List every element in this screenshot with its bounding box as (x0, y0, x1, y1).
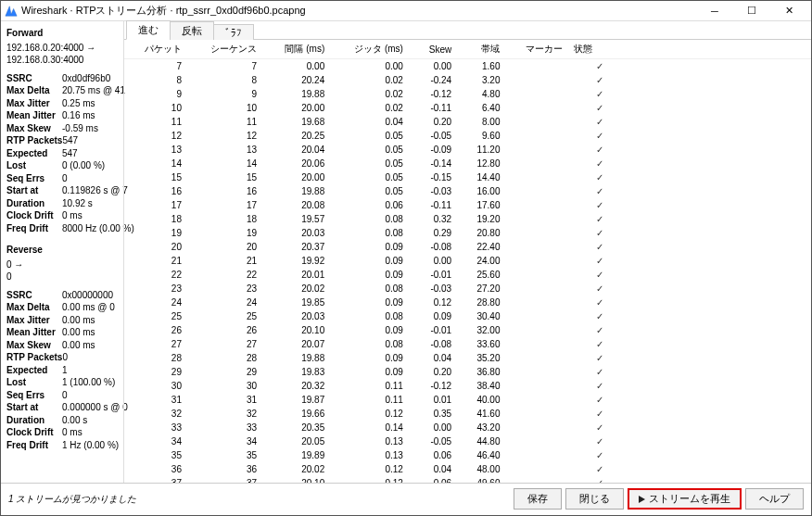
table-row[interactable]: 131320.040.05-0.0911.20✓ (124, 143, 811, 157)
table-row[interactable]: 770.000.000.001.60✓ (124, 59, 811, 74)
column-header[interactable]: 状態 (568, 40, 811, 59)
table-row[interactable]: 181819.570.080.3219.20✓ (124, 212, 811, 226)
table-row[interactable]: 333320.350.140.0043.20✓ (124, 421, 811, 434)
table-row[interactable]: 161619.880.05-0.0316.00✓ (124, 184, 811, 198)
column-header[interactable]: Skew (409, 40, 457, 59)
status-message: 1 ストリームが見つかりました (8, 493, 510, 506)
table-row[interactable]: 202020.370.09-0.0822.40✓ (124, 240, 811, 254)
reverse-heading: Reverse (6, 244, 118, 257)
tab-bar: 進む 反転 ﾞﾗﾌ (124, 21, 811, 40)
table-row[interactable]: 222220.010.09-0.0125.60✓ (124, 268, 811, 282)
table-row[interactable]: 272720.070.08-0.0833.60✓ (124, 337, 811, 351)
table-row[interactable]: 303020.320.11-0.1238.40✓ (124, 379, 811, 393)
table-row[interactable]: 8820.240.02-0.243.20✓ (124, 73, 811, 87)
column-header[interactable]: マーカー (505, 40, 568, 59)
titlebar: Wireshark · RTPストリーム分析 · rtp_ssrr_0xd0df… (1, 1, 811, 21)
table-row[interactable]: 9919.880.02-0.124.80✓ (124, 87, 811, 101)
forward-heading: Forward (6, 27, 118, 40)
table-row[interactable]: 141420.060.05-0.1412.80✓ (124, 157, 811, 170)
minimize-button[interactable]: ─ (696, 1, 733, 21)
play-icon (639, 496, 645, 503)
table-row[interactable]: 292919.830.090.2036.80✓ (124, 365, 811, 379)
table-row[interactable]: 101020.000.02-0.116.40✓ (124, 101, 811, 115)
table-row[interactable]: 343420.050.13-0.0544.80✓ (124, 434, 811, 448)
table-row[interactable]: 212119.920.090.0024.00✓ (124, 254, 811, 268)
help-button[interactable]: ヘルプ (745, 488, 804, 510)
table-row[interactable]: 313119.870.110.0140.00✓ (124, 393, 811, 407)
window-title: Wireshark · RTPストリーム分析 · rtp_ssrr_0xd0df… (21, 4, 696, 18)
app-icon (5, 5, 18, 18)
table-row[interactable]: 191920.030.080.2920.80✓ (124, 226, 811, 240)
close-dialog-button[interactable]: 閉じる (565, 488, 624, 510)
tab-go[interactable]: 進む (126, 20, 171, 40)
tab-graph[interactable]: ﾞﾗﾌ (213, 24, 254, 40)
packet-table[interactable]: パケットシーケンス間隔 (ms)ジッタ (ms)Skew帯域マーカー状態 770… (124, 40, 811, 483)
play-stream-button[interactable]: ストリームを再生 (628, 488, 742, 510)
column-header[interactable]: 間隔 (ms) (262, 40, 330, 59)
tab-reverse[interactable]: 反転 (170, 21, 214, 40)
table-row[interactable]: 171720.080.06-0.1117.60✓ (124, 198, 811, 212)
column-header[interactable]: ジッタ (ms) (330, 40, 409, 59)
table-row[interactable]: 353519.890.130.0646.40✓ (124, 448, 811, 462)
table-row[interactable]: 232320.020.08-0.0327.20✓ (124, 282, 811, 296)
table-row[interactable]: 262620.100.09-0.0132.00✓ (124, 323, 811, 337)
forward-address: 192.168.0.20:4000 → 192.168.0.30:4000 (6, 42, 118, 67)
bottom-bar: 1 ストリームが見つかりました 保存 閉じる ストリームを再生 ヘルプ (1, 483, 811, 514)
table-row[interactable]: 242419.850.090.1228.80✓ (124, 296, 811, 309)
save-button[interactable]: 保存 (514, 488, 562, 510)
table-row[interactable]: 111119.680.040.208.00✓ (124, 115, 811, 129)
close-button[interactable]: ✕ (770, 1, 807, 21)
column-header[interactable]: 帯域 (457, 40, 505, 59)
table-row[interactable]: 121220.250.05-0.059.60✓ (124, 129, 811, 143)
table-row[interactable]: 323219.660.120.3541.60✓ (124, 407, 811, 421)
maximize-button[interactable]: ☐ (733, 1, 770, 21)
table-row[interactable]: 363620.020.120.0448.00✓ (124, 462, 811, 476)
table-row[interactable]: 252520.030.080.0930.40✓ (124, 309, 811, 323)
column-header[interactable]: パケット (124, 40, 187, 59)
table-row[interactable]: 151520.000.05-0.1514.40✓ (124, 170, 811, 184)
table-row[interactable]: 282819.880.090.0435.20✓ (124, 351, 811, 365)
column-header[interactable]: シーケンス (187, 40, 262, 59)
table-row[interactable]: 373720.100.12-0.0649.60✓ (124, 476, 811, 483)
reverse-address: 0 → 0 (6, 258, 118, 283)
sidebar: Forward 192.168.0.20:4000 → 192.168.0.30… (1, 21, 123, 483)
